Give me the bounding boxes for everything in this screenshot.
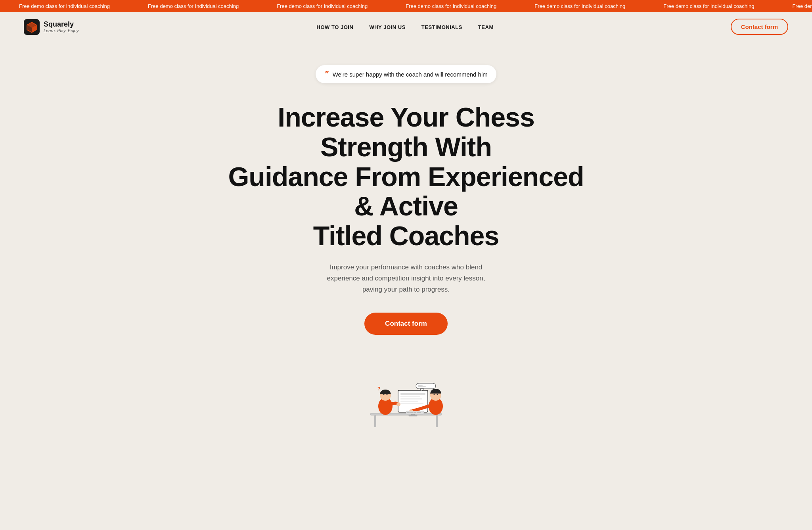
svg-rect-12 [400,401,418,402]
hero-section: " We're super happy with the coach and w… [0,41,812,446]
navbar: Squarely Learn. Play. Enjoy. HOW TO JOIN… [0,12,812,41]
svg-rect-10 [400,396,420,397]
announcement-item: Free demo class for Individual coaching [773,3,812,9]
svg-rect-33 [414,412,416,413]
svg-rect-15 [409,415,417,416]
nav-item-testimonials[interactable]: TESTIMONIALS [421,23,462,31]
svg-rect-32 [410,412,413,413]
announcement-item: Free demo class for Individual coaching [0,3,129,9]
nav-link-testimonials[interactable]: TESTIMONIALS [421,24,462,30]
logo-text: Squarely Learn. Play. Enjoy. [44,21,80,33]
svg-point-22 [383,394,385,395]
nav-item-why-join-us[interactable]: WHY JOIN US [369,23,405,31]
svg-point-28 [437,394,438,395]
nav-links: HOW TO JOIN WHY JOIN US TESTIMONIALS TEA… [317,23,494,31]
announcement-item: Free demo class for Individual coaching [644,3,773,9]
announcement-item: Free demo class for Individual coaching [515,3,644,9]
svg-rect-11 [400,398,422,399]
nav-item-how-to-join[interactable]: HOW TO JOIN [317,23,354,31]
hero-headline-line2: Guidance From Experienced & Active [228,161,584,221]
logo[interactable]: Squarely Learn. Play. Enjoy. [24,19,80,35]
svg-point-23 [387,394,388,395]
svg-rect-31 [407,412,410,413]
hero-headline: Increase Your Chess Strength With Guidan… [228,102,584,251]
testimonial-text: We're super happy with the coach and wil… [333,71,488,78]
quote-icon: " [324,70,328,79]
nav-link-how-to-join[interactable]: HOW TO JOIN [317,24,354,30]
svg-point-24 [396,402,400,406]
svg-rect-9 [400,393,425,395]
svg-rect-19 [418,386,426,387]
hero-illustration: ? [350,367,462,430]
announcement-bar-inner: Free demo class for Individual coaching … [0,3,812,9]
svg-point-27 [434,394,435,395]
illustration-area: ? [350,367,462,430]
nav-item-team[interactable]: TEAM [478,23,494,31]
svg-rect-6 [374,415,376,427]
svg-rect-7 [436,415,438,427]
svg-rect-13 [400,403,423,404]
announcement-item: Free demo class for Individual coaching [258,3,387,9]
hero-subtext: Improve your performance with coaches wh… [319,262,493,295]
hero-headline-line1: Increase Your Chess Strength With [278,102,534,162]
svg-rect-34 [417,412,421,413]
announcement-item: Free demo class for Individual coaching [387,3,515,9]
nav-link-why-join-us[interactable]: WHY JOIN US [369,24,405,30]
hero-headline-line3: Titled Coaches [313,221,499,251]
hero-cta-button[interactable]: Contact form [364,313,448,335]
logo-name: Squarely [44,21,80,29]
logo-icon [24,19,40,35]
nav-link-team[interactable]: TEAM [478,24,494,30]
svg-rect-16 [416,383,436,389]
svg-rect-18 [418,385,423,386]
svg-text:?: ? [377,386,380,392]
announcement-bar: Free demo class for Individual coaching … [0,0,812,12]
navbar-contact-button[interactable]: Contact form [731,19,788,35]
announcement-item: Free demo class for Individual coaching [129,3,258,9]
logo-tagline: Learn. Play. Enjoy. [44,28,80,33]
testimonial-chip: " We're super happy with the coach and w… [316,65,496,83]
